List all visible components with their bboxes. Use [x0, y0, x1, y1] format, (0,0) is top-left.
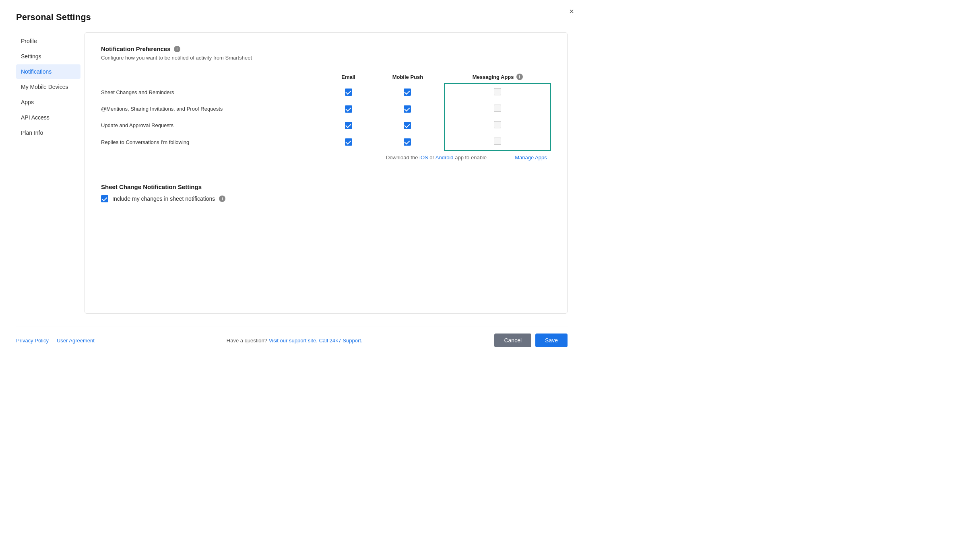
- save-button[interactable]: Save: [535, 334, 568, 347]
- row-messaging-checkbox-1[interactable]: [444, 101, 551, 117]
- manage-apps-link[interactable]: Manage Apps: [515, 154, 547, 161]
- sidebar-item-plan-info[interactable]: Plan Info: [16, 126, 80, 140]
- sidebar: ProfileSettingsNotificationsMy Mobile De…: [16, 32, 80, 314]
- page-title: Personal Settings: [16, 12, 568, 23]
- footer-links: Privacy Policy User Agreement: [16, 338, 95, 344]
- manage-apps-area: Manage Apps: [511, 154, 551, 161]
- col-header-messaging-apps: Messaging Apps i: [444, 70, 551, 84]
- include-changes-info-icon[interactable]: i: [219, 196, 225, 202]
- android-link[interactable]: Android: [436, 154, 454, 161]
- notification-prefs-info-icon[interactable]: i: [174, 46, 180, 52]
- sheet-change-section: Sheet Change Notification Settings Inclu…: [101, 183, 551, 202]
- row-label-3: Replies to Conversations I'm following: [101, 134, 326, 150]
- notification-prefs-subtitle: Configure how you want to be notified of…: [101, 55, 551, 61]
- table-row: Update and Approval Requests: [101, 117, 551, 134]
- content-area: Notification Preferences i Configure how…: [85, 32, 568, 314]
- row-label-1: @Mentions, Sharing Invitations, and Proo…: [101, 101, 326, 117]
- sidebar-item-settings[interactable]: Settings: [16, 49, 80, 64]
- sidebar-item-profile[interactable]: Profile: [16, 34, 80, 48]
- table-row: Replies to Conversations I'm following: [101, 134, 551, 150]
- row-email-checkbox-2[interactable]: [326, 117, 371, 134]
- row-messaging-checkbox-0[interactable]: [444, 84, 551, 101]
- row-email-checkbox-3[interactable]: [326, 134, 371, 150]
- sidebar-item-apps[interactable]: Apps: [16, 95, 80, 109]
- row-mobile-checkbox-0[interactable]: [371, 84, 445, 101]
- row-mobile-checkbox-1[interactable]: [371, 101, 445, 117]
- table-row: @Mentions, Sharing Invitations, and Proo…: [101, 101, 551, 117]
- section-divider: [101, 172, 551, 172]
- notification-prefs-section: Notification Preferences i Configure how…: [101, 45, 551, 161]
- cancel-button[interactable]: Cancel: [494, 334, 531, 347]
- sidebar-item-my-mobile-devices[interactable]: My Mobile Devices: [16, 80, 80, 94]
- include-changes-checkbox[interactable]: [101, 195, 108, 202]
- visit-support-link[interactable]: Visit our support site.: [269, 338, 318, 344]
- footer-question: Have a question? Visit our support site.…: [227, 338, 363, 344]
- row-mobile-checkbox-2[interactable]: [371, 117, 445, 134]
- close-button[interactable]: ×: [569, 7, 574, 15]
- col-header-email: Email: [326, 70, 371, 84]
- modal-container: × Personal Settings ProfileSettingsNotif…: [0, 0, 584, 355]
- table-row: Sheet Changes and Reminders: [101, 84, 551, 101]
- mobile-push-note: Download the iOS or Android app to enabl…: [386, 154, 487, 161]
- privacy-policy-link[interactable]: Privacy Policy: [16, 338, 49, 344]
- sheet-change-title: Sheet Change Notification Settings: [101, 183, 551, 190]
- ios-link[interactable]: iOS: [419, 154, 428, 161]
- row-email-checkbox-1[interactable]: [326, 101, 371, 117]
- user-agreement-link[interactable]: User Agreement: [57, 338, 95, 344]
- sidebar-item-api-access[interactable]: API Access: [16, 110, 80, 125]
- sheet-change-row: Include my changes in sheet notification…: [101, 195, 551, 202]
- col-header-mobile-push: Mobile Push: [371, 70, 445, 84]
- row-messaging-checkbox-2[interactable]: [444, 117, 551, 134]
- main-layout: ProfileSettingsNotificationsMy Mobile De…: [16, 32, 568, 314]
- notification-prefs-title: Notification Preferences i: [101, 45, 551, 52]
- row-label-2: Update and Approval Requests: [101, 117, 326, 134]
- row-messaging-checkbox-3[interactable]: [444, 134, 551, 150]
- bottom-notes: Download the iOS or Android app to enabl…: [101, 154, 551, 161]
- include-changes-label: Include my changes in sheet notification…: [112, 196, 215, 202]
- row-email-checkbox-0[interactable]: [326, 84, 371, 101]
- col-header-label: [101, 70, 326, 84]
- sidebar-item-notifications[interactable]: Notifications: [16, 64, 80, 79]
- row-label-0: Sheet Changes and Reminders: [101, 84, 326, 101]
- messaging-apps-info-icon[interactable]: i: [516, 74, 523, 80]
- row-mobile-checkbox-3[interactable]: [371, 134, 445, 150]
- notification-table: Email Mobile Push Messaging Apps i: [101, 70, 551, 151]
- footer: Privacy Policy User Agreement Have a que…: [16, 327, 568, 347]
- call-support-link[interactable]: Call 24×7 Support.: [319, 338, 362, 344]
- footer-buttons: Cancel Save: [494, 334, 568, 347]
